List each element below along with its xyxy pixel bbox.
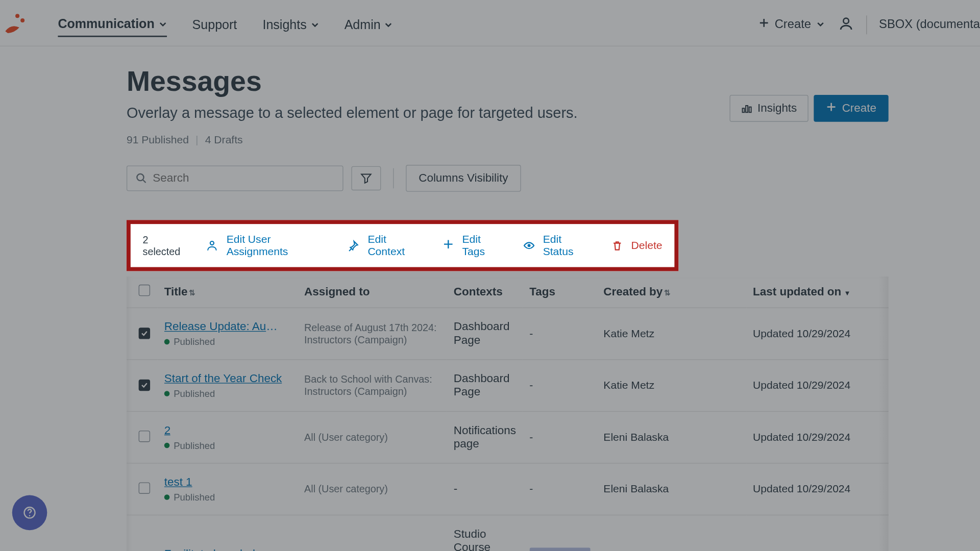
svg-point-6 — [137, 174, 143, 181]
edit-user-assignments-action[interactable]: Edit User Assignments — [206, 234, 327, 258]
col-tags[interactable]: Tags — [523, 277, 597, 308]
top-navbar: Communication Support Insights Admin Cre… — [0, 4, 980, 46]
insights-button[interactable]: Insights — [730, 95, 808, 122]
status-dot — [164, 494, 170, 500]
filter-icon — [360, 172, 373, 185]
search-input[interactable] — [127, 165, 344, 191]
chevron-down-icon — [159, 16, 167, 31]
page-title: Messages — [127, 65, 578, 97]
col-contexts[interactable]: Contexts — [447, 277, 523, 308]
chevron-down-icon — [311, 17, 319, 32]
svg-point-10 — [29, 515, 31, 516]
search-icon — [135, 172, 148, 185]
action-label: Edit User Assignments — [227, 234, 328, 258]
created-by: Katie Metz — [603, 380, 654, 391]
col-assigned[interactable]: Assigned to — [298, 277, 447, 308]
nav-insights[interactable]: Insights — [262, 13, 318, 36]
message-title-link[interactable]: 2 — [164, 424, 170, 437]
col-created[interactable]: Created by⇅ — [597, 277, 746, 308]
table-row: Facilitate knowledge …Published-Studio C… — [127, 515, 889, 551]
select-all-checkbox[interactable] — [139, 285, 150, 296]
svg-rect-5 — [749, 107, 751, 113]
status-text: Published — [174, 388, 215, 399]
status-dot — [164, 443, 170, 448]
status-text: Published — [174, 492, 215, 503]
svg-point-2 — [843, 18, 849, 23]
message-title-link[interactable]: Release Update: Aug… — [164, 320, 283, 334]
row-checkbox[interactable] — [139, 328, 150, 339]
plus-icon — [758, 17, 769, 32]
create-button[interactable]: Create — [814, 95, 888, 122]
nav-label: Support — [192, 17, 237, 32]
action-label: Edit Status — [543, 234, 591, 258]
assigned-to: Back to School with Canvas: Instructors … — [304, 373, 432, 397]
contexts: Studio Course collections page; Studio — [454, 528, 507, 551]
edit-context-action[interactable]: Edit Context — [348, 234, 422, 258]
message-title-link[interactable]: test 1 — [164, 475, 192, 489]
tag-pill[interactable]: Canvas Studio — [529, 548, 590, 551]
edit-tags-action[interactable]: Edit Tags — [442, 234, 503, 258]
col-updated[interactable]: Last updated on▼ — [746, 277, 889, 308]
tags: - — [529, 380, 533, 391]
tags: - — [529, 328, 533, 339]
svg-point-1 — [20, 18, 24, 22]
row-checkbox[interactable] — [139, 430, 150, 441]
create-label: Create — [775, 17, 811, 32]
filter-button[interactable] — [351, 166, 381, 190]
drafts-count: 4 Drafts — [205, 134, 243, 146]
created-by: Eleni Balaska — [603, 431, 669, 442]
nav-label: Admin — [345, 17, 381, 32]
nav-label: Insights — [262, 17, 306, 32]
plus-icon — [442, 238, 454, 253]
bulk-actions-bar: 2 selected Edit User Assignments Edit Co… — [127, 220, 678, 271]
page-subtitle: Overlay a message to a selected element … — [127, 104, 578, 121]
columns-visibility-button[interactable]: Columns Visibility — [406, 165, 521, 192]
divider — [866, 15, 867, 34]
create-dropdown[interactable]: Create — [757, 15, 826, 34]
svg-rect-3 — [743, 108, 745, 112]
assigned-to: All (User category) — [304, 483, 388, 494]
bar-chart-icon — [741, 103, 752, 114]
separator: | — [195, 134, 198, 146]
row-checkbox[interactable] — [139, 482, 150, 493]
nav-communication[interactable]: Communication — [58, 12, 166, 36]
table-row: 2PublishedAll (User category)Notificatio… — [127, 411, 889, 463]
counts-line: 91 Published | 4 Drafts — [127, 134, 980, 146]
col-title[interactable]: Title⇅ — [158, 277, 298, 308]
nav-support[interactable]: Support — [192, 13, 237, 36]
sort-icon: ⇅ — [664, 289, 670, 297]
org-label[interactable]: SBOX (documenta — [879, 17, 980, 32]
assigned-to: Release of August 17th 2024: Instructors… — [304, 321, 437, 345]
message-title-link[interactable]: Start of the Year Check — [164, 372, 282, 385]
contexts: Notifications page — [454, 424, 516, 450]
chevron-down-icon: ▼ — [844, 289, 851, 297]
assigned-to: All (User category) — [304, 431, 388, 442]
help-fab[interactable] — [12, 495, 47, 531]
last-updated: Updated 10/29/2024 — [753, 431, 850, 442]
delete-action[interactable]: Delete — [611, 239, 663, 252]
chevron-down-icon — [385, 17, 393, 32]
user-icon[interactable] — [838, 15, 854, 34]
action-label: Delete — [631, 239, 663, 252]
contexts: Dashboard Page — [454, 320, 510, 346]
svg-point-7 — [210, 241, 214, 245]
button-label: Create — [842, 102, 876, 115]
nav-admin[interactable]: Admin — [345, 13, 393, 36]
edit-status-action[interactable]: Edit Status — [523, 234, 591, 258]
message-title-link[interactable]: Facilitate knowledge … — [164, 547, 283, 551]
person-icon — [206, 239, 218, 252]
status-dot — [164, 391, 170, 396]
published-count: 91 Published — [127, 134, 189, 146]
status-text: Published — [174, 336, 215, 347]
search-field[interactable] — [153, 171, 334, 185]
row-checkbox[interactable] — [139, 380, 150, 391]
created-by: Eleni Balaska — [603, 483, 669, 494]
divider — [393, 168, 394, 189]
messages-table: Title⇅ Assigned to Contexts Tags Created… — [127, 277, 889, 551]
status-dot — [164, 339, 170, 345]
contexts: Dashboard Page — [454, 372, 510, 398]
plus-icon — [826, 101, 837, 115]
tags: - — [529, 483, 533, 494]
status-text: Published — [174, 440, 215, 450]
created-by: Katie Metz — [603, 328, 654, 339]
